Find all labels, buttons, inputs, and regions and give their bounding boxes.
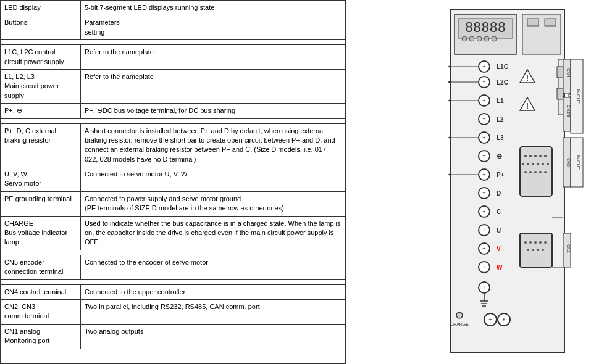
table-row: CN2, CN3comm terminalTwo in parallel, in… <box>1 300 345 325</box>
row-label: CN1 analogMonitoring port <box>1 325 81 349</box>
svg-point-77 <box>544 171 547 173</box>
svg-point-85 <box>532 249 534 251</box>
svg-text:+: + <box>482 153 485 159</box>
gap-cell <box>1 119 81 124</box>
table-row: PE grounding terminalConnected to power … <box>1 192 345 217</box>
svg-rect-18 <box>557 88 563 99</box>
component-table: LED display5-bit 7-segment LED displays … <box>0 0 346 364</box>
svg-point-68 <box>527 163 529 165</box>
row-label: CN5 encoderconnection terminal <box>1 255 81 279</box>
svg-text:+: + <box>482 172 485 178</box>
svg-text:CN1: CN1 <box>566 244 571 252</box>
svg-point-74 <box>529 171 532 173</box>
row-label: CHARGEBus voltage indicatorlamp <box>1 217 81 250</box>
svg-point-79 <box>524 241 527 244</box>
svg-point-70 <box>537 163 539 165</box>
row-label: P+, D, C externalbraking resistor <box>1 124 81 167</box>
svg-text:CHARGE: CHARGE <box>450 322 469 326</box>
svg-text:L3: L3 <box>497 134 504 141</box>
table-row: CHARGEBus voltage indicatorlampUsed to i… <box>1 217 345 250</box>
svg-rect-10 <box>527 19 539 26</box>
svg-text:P+: P+ <box>497 172 505 178</box>
table-row: LED display5-bit 7-segment LED displays … <box>1 1 345 15</box>
section-gap <box>1 40 345 45</box>
row-label: CN2, CN3comm terminal <box>1 300 81 324</box>
svg-text:CN5: CN5 <box>566 157 571 166</box>
section-gap <box>1 280 345 285</box>
row-desc: Two in parallel, including RS232, RS485,… <box>81 300 345 324</box>
gap-cell <box>81 119 345 124</box>
svg-point-67 <box>522 163 524 165</box>
svg-text:+: + <box>482 246 485 252</box>
table-row: P+, ⊖P+, ⊖DC bus voltage terminal, for D… <box>1 104 345 118</box>
table-row: CN5 encoderconnection terminalConnected … <box>1 255 345 280</box>
svg-text:L1G: L1G <box>497 64 509 70</box>
svg-point-84 <box>527 249 529 251</box>
svg-rect-78 <box>520 233 552 267</box>
row-desc: Parameterssetting <box>81 15 345 39</box>
row-desc: Connected to servo motor U, V, W <box>81 167 345 191</box>
row-label: PE grounding terminal <box>1 192 81 216</box>
svg-point-94 <box>456 312 463 318</box>
svg-text:+: + <box>482 227 485 233</box>
svg-point-66 <box>544 155 547 157</box>
svg-text:CN2/3: CN2/3 <box>566 105 571 117</box>
svg-point-81 <box>534 241 537 244</box>
row-desc: P+, ⊖DC bus voltage terminal, for DC bus… <box>81 104 345 118</box>
svg-text:IN/OUT: IN/OUT <box>576 89 581 104</box>
gap-cell <box>81 40 345 45</box>
row-desc: A short connector is installed between P… <box>81 124 345 167</box>
svg-text:L2: L2 <box>497 116 504 123</box>
svg-point-86 <box>537 249 539 251</box>
svg-point-73 <box>524 171 527 173</box>
table-row: CN1 analogMonitoring portTwo analog outp… <box>1 325 345 349</box>
servo-diagram: 88888 IN/OUT IN/OUT <box>348 5 589 360</box>
svg-text:+: + <box>482 97 485 104</box>
row-desc: Refer to the nameplate <box>81 45 345 69</box>
svg-point-8 <box>492 36 497 41</box>
svg-text:L1: L1 <box>497 97 504 104</box>
svg-point-87 <box>542 249 544 251</box>
row-desc: Refer to the nameplate <box>81 70 345 103</box>
svg-point-76 <box>539 171 542 173</box>
svg-text:+: + <box>488 316 492 323</box>
table-row: U, V, WServo motorConnected to servo mot… <box>1 167 345 192</box>
section-gap <box>1 250 345 255</box>
svg-text:+: + <box>482 116 485 122</box>
svg-point-64 <box>534 155 537 157</box>
svg-text:+: + <box>482 209 485 215</box>
svg-point-83 <box>544 241 547 244</box>
svg-text:!: ! <box>526 102 529 110</box>
svg-text:+: + <box>482 190 485 196</box>
svg-rect-11 <box>545 19 556 26</box>
gap-cell <box>1 40 81 45</box>
svg-point-7 <box>484 36 489 41</box>
svg-text:IN/OUT: IN/OUT <box>576 155 581 170</box>
svg-text:C: C <box>497 209 501 215</box>
svg-text:88888: 88888 <box>464 20 505 35</box>
row-label: P+, ⊖ <box>1 104 81 118</box>
row-desc: Connected to the encoder of servo motor <box>81 255 345 279</box>
svg-point-71 <box>542 163 544 165</box>
svg-point-82 <box>539 241 542 244</box>
row-desc: Connected to the upper controller <box>81 285 345 299</box>
svg-text:⊖: ⊖ <box>497 152 502 160</box>
section-gap <box>1 119 345 124</box>
row-label: U, V, WServo motor <box>1 167 81 191</box>
row-label: L1C, L2C controlcircuit power supply <box>1 45 81 69</box>
svg-text:L2C: L2C <box>497 79 508 86</box>
row-label: Buttons <box>1 15 81 39</box>
svg-point-62 <box>524 155 527 157</box>
svg-point-80 <box>529 241 532 244</box>
row-desc: Two analog outputs <box>81 325 345 349</box>
svg-text:+: + <box>482 134 485 141</box>
svg-text:V: V <box>497 246 501 252</box>
table-row: CN4 control terminalConnected to the upp… <box>1 285 345 300</box>
svg-text:+: + <box>502 316 505 323</box>
table-row: ButtonsParameterssetting <box>1 15 345 40</box>
svg-point-6 <box>477 36 482 41</box>
svg-text:D: D <box>497 190 501 197</box>
svg-point-65 <box>539 155 542 157</box>
svg-point-69 <box>532 163 534 165</box>
svg-text:U: U <box>497 227 501 234</box>
